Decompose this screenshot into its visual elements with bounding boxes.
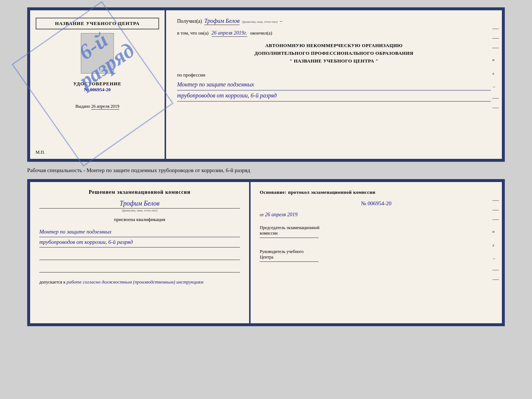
allowed-text: работе согласно должностным (производств… <box>66 279 203 285</box>
cert-bottom-left: Решением экзаменационной комиссии Трофим… <box>30 182 251 323</box>
basis-date-line: от 26 апреля 2019 <box>260 212 493 218</box>
photo-placeholder <box>81 33 114 74</box>
basis-title: Основание: протокол экзаменационной коми… <box>260 189 493 195</box>
side-mark-b1 <box>492 200 499 201</box>
side-mark-b6: ← <box>492 256 499 261</box>
profession-prefix: по профессии <box>177 72 491 78</box>
director-block: Руководитель учебного Центра <box>260 249 493 262</box>
udost-num: № 006954-20 <box>73 87 121 93</box>
cert-title: НАЗВАНИЕ УЧЕБНОГО ЦЕНТРА <box>36 18 159 29</box>
certificate-top: НАЗВАНИЕ УЧЕБНОГО ЦЕНТРА УДОСТОВЕРЕНИЕ №… <box>27 7 505 162</box>
org-line1: АВТОНОМНУЮ НЕКОММЕРЧЕСКУЮ ОРГАНИЗАЦИЮ <box>177 42 491 50</box>
in-that-date: 26 апреля 2019г. <box>212 30 247 37</box>
bottom-name-block: Трофим Белов (фамилия, имя, отчество) <box>39 200 240 212</box>
side-mark-b4: и <box>492 229 499 234</box>
basis-num: № 006954-20 <box>260 200 493 207</box>
allowed-prefix: допускается к <box>39 279 65 285</box>
org-line3: " НАЗВАНИЕ УЧЕБНОГО ЦЕНТРА " <box>177 57 491 65</box>
chairman-line2: комиссии <box>260 231 493 236</box>
profession-block: по профессии Монтер по защите подземных … <box>177 72 491 101</box>
director-signature <box>260 261 319 262</box>
side-mark-2 <box>492 38 499 39</box>
date-line: в том, что он(а) 26 апреля 2019г. окончи… <box>177 30 491 37</box>
chairman-line1: Председатель экзаменационной <box>260 225 493 231</box>
side-mark-6: ← <box>492 85 499 89</box>
in-that-prefix: в том, что он(а) <box>177 30 209 36</box>
certificate-bottom: Решением экзаменационной комиссии Трофим… <box>27 179 505 326</box>
issued-date-value: 26 апреля 2019 <box>91 104 119 110</box>
decision-title: Решением экзаменационной комиссии <box>39 189 240 195</box>
side-mark-5: а <box>492 71 499 75</box>
allowed-block: допускается к работе согласно должностны… <box>39 279 240 285</box>
side-mark-1 <box>492 29 499 29</box>
profession-line2: трубопроводов от коррозии, 6-й разряд <box>177 90 491 101</box>
side-mark-b2 <box>492 210 499 210</box>
cert-left-panel: НАЗВАНИЕ УЧЕБНОГО ЦЕНТРА УДОСТОВЕРЕНИЕ №… <box>30 10 166 159</box>
bottom-name: Трофим Белов <box>39 200 240 209</box>
side-mark-b7 <box>492 270 499 270</box>
received-prefix: Получил(а) <box>177 18 202 24</box>
received-name: Трофим Белов <box>204 18 240 25</box>
bottom-name-label: (фамилия, имя, отчество) <box>39 209 240 212</box>
issued-date: Выдано 26 апреля 2019 <box>75 104 119 109</box>
org-block: АВТОНОМНУЮ НЕКОММЕРЧЕСКУЮ ОРГАНИЗАЦИЮ ДО… <box>177 42 491 65</box>
udost-block: УДОСТОВЕРЕНИЕ № 006954-20 <box>73 81 121 93</box>
side-mark-b3 <box>492 220 499 220</box>
side-mark-7 <box>492 98 499 99</box>
qualification-label: присвоена квалификация <box>39 217 240 222</box>
cert-bottom-right: Основание: протокол экзаменационной коми… <box>251 182 502 323</box>
qual-line1: Монтер по защите подземных <box>39 227 240 237</box>
received-line: Получил(а) Трофим Белов (фамилия, имя, о… <box>177 18 491 25</box>
chairman-signature <box>260 238 319 238</box>
side-mark-b5: а <box>492 243 499 247</box>
specialty-label: Рабочая специальность - Монтер по защите… <box>27 165 505 175</box>
qual-line2: трубопроводов от коррозии, 6-й разряд <box>39 237 240 247</box>
finished-label: окончил(а) <box>250 30 272 36</box>
side-marks-top: и а ← <box>492 29 499 108</box>
udost-title: УДОСТОВЕРЕНИЕ <box>73 81 121 87</box>
mp-label: М.П. <box>36 150 45 155</box>
profession-line1: Монтер по защите подземных <box>177 79 491 90</box>
director-line2: Центра <box>260 254 493 260</box>
basis-date-value: 26 апреля 2019 <box>265 212 297 217</box>
side-mark-3 <box>492 48 499 48</box>
side-marks-bottom: и а ← <box>492 200 499 280</box>
underline2 <box>39 265 240 272</box>
side-mark-4: и <box>492 57 499 62</box>
director-line1: Руководитель учебного <box>260 249 493 254</box>
basis-date-prefix: от <box>260 212 264 217</box>
received-sublabel: (фамилия, имя, отчество) <box>242 20 277 24</box>
chairman-block: Председатель экзаменационной комиссии <box>260 225 493 238</box>
side-mark-8 <box>492 108 499 108</box>
side-mark-b8 <box>492 279 499 280</box>
dash1: – <box>280 18 282 24</box>
issued-prefix: Выдано <box>75 104 90 109</box>
org-line2: ДОПОЛНИТЕЛЬНОГО ПРОФЕССИОНАЛЬНОГО ОБРАЗО… <box>177 50 491 57</box>
qualification-block: Монтер по защите подземных трубопроводов… <box>39 227 240 247</box>
cert-right-panel: Получил(а) Трофим Белов (фамилия, имя, о… <box>166 10 502 159</box>
underline1 <box>39 253 240 260</box>
